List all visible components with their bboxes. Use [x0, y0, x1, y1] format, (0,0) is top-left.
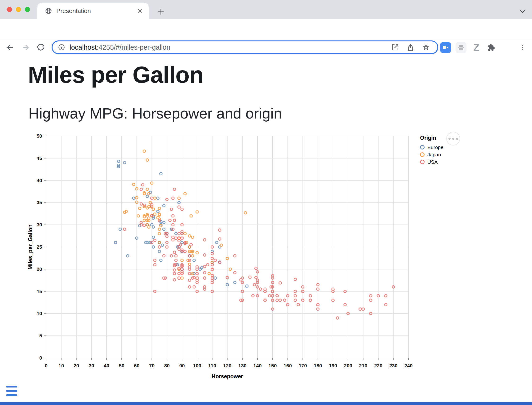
legend-swatch-icon [420, 145, 424, 149]
y-tick-label: 35 [37, 200, 42, 205]
legend-item-japan: Japan [420, 151, 443, 158]
x-tick-label: 150 [268, 363, 277, 368]
data-point [133, 183, 135, 186]
x-tick-label: 170 [299, 363, 307, 368]
data-point [119, 228, 121, 231]
data-point [117, 160, 120, 163]
data-point [123, 211, 126, 214]
data-point [193, 286, 196, 288]
data-point [147, 226, 150, 228]
y-tick-label: 20 [37, 266, 42, 272]
data-point [252, 295, 254, 297]
data-point [143, 150, 146, 152]
data-point [157, 216, 159, 219]
data-point [204, 288, 206, 290]
y-axis-title: Miles_per_Gallon [27, 224, 33, 270]
data-point [178, 277, 180, 279]
x-tick-label: 0 [45, 363, 48, 368]
data-point [154, 259, 156, 262]
scatter-plot: 0102030405060708090100110120130140150160… [0, 0, 532, 405]
x-tick-label: 80 [164, 363, 170, 368]
data-point [268, 295, 271, 297]
data-point [138, 207, 141, 209]
data-point [204, 254, 206, 256]
data-point [173, 251, 176, 254]
data-point [279, 282, 281, 284]
data-point [163, 222, 165, 224]
y-tick-label: 40 [37, 178, 42, 183]
data-point [200, 267, 203, 269]
data-point [191, 255, 194, 257]
data-point [218, 229, 221, 231]
legend-swatch-icon [420, 160, 424, 164]
x-tick-label: 60 [134, 363, 139, 368]
slide-menu-button[interactable] [6, 386, 18, 397]
data-point [284, 299, 286, 302]
data-point [188, 279, 191, 282]
data-point [157, 210, 159, 213]
data-point [204, 239, 206, 241]
data-point [158, 250, 161, 253]
data-point [206, 263, 209, 266]
data-point [123, 228, 126, 231]
data-point [204, 265, 206, 268]
data-point [143, 219, 146, 222]
y-tick-label: 0 [39, 355, 42, 361]
data-point [218, 238, 221, 240]
data-point [279, 299, 281, 302]
data-point [178, 232, 180, 235]
data-point [133, 197, 135, 199]
chart-options-button[interactable] [446, 132, 460, 146]
data-point [146, 159, 149, 161]
data-point [172, 236, 174, 238]
y-tick-label: 10 [37, 310, 42, 316]
data-point [158, 220, 161, 222]
data-point [218, 261, 221, 264]
data-point [146, 188, 149, 191]
y-tick-label: 15 [37, 289, 42, 294]
data-point [154, 213, 156, 216]
x-tick-label: 230 [389, 363, 398, 368]
legend-title: Origin [420, 135, 443, 141]
data-point [172, 239, 174, 241]
y-tick-label: 45 [37, 155, 42, 161]
x-tick-label: 90 [179, 363, 184, 368]
data-point [140, 188, 143, 191]
data-point [369, 299, 372, 302]
hamburger-icon [6, 386, 17, 387]
x-tick-label: 200 [344, 363, 352, 368]
series-usa [123, 183, 395, 319]
x-tick-label: 220 [374, 363, 382, 368]
data-point [255, 276, 257, 279]
data-point [163, 255, 165, 257]
data-point [246, 285, 248, 287]
data-point [178, 237, 180, 239]
x-tick-label: 130 [238, 363, 247, 368]
x-tick-label: 140 [253, 363, 262, 368]
data-point [309, 295, 312, 297]
data-point [172, 215, 174, 217]
data-point [234, 272, 236, 274]
x-tick-label: 30 [89, 363, 94, 368]
data-point [173, 219, 176, 222]
data-point [175, 237, 177, 239]
data-point [255, 267, 257, 270]
x-tick-label: 160 [284, 363, 292, 368]
data-point [175, 232, 177, 235]
data-point [191, 236, 194, 238]
data-point [173, 269, 176, 271]
data-point [188, 272, 191, 275]
data-point [216, 241, 218, 244]
data-point [137, 215, 140, 217]
data-point [234, 255, 236, 257]
data-point [175, 259, 177, 262]
presentation-progress-bar[interactable] [0, 402, 532, 405]
x-tick-label: 50 [119, 363, 124, 368]
data-point [152, 226, 155, 228]
x-tick-label: 120 [223, 363, 232, 368]
legend-item-usa: USA [420, 158, 443, 166]
data-point [294, 299, 297, 302]
legend-swatch-icon [420, 152, 424, 157]
data-point [259, 288, 262, 290]
x-tick-label: 100 [193, 363, 201, 368]
